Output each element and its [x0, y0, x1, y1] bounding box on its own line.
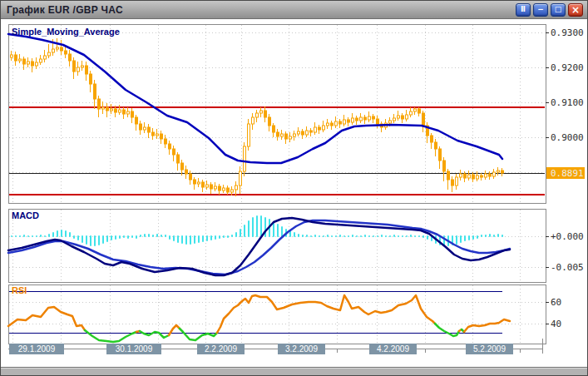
candle-body: [398, 116, 400, 118]
macd-histogram-bar: [202, 235, 204, 242]
candle-body: [206, 185, 209, 187]
candle-body: [248, 124, 250, 146]
macd-histogram-bar: [148, 234, 150, 237]
candle-body: [314, 127, 317, 132]
candle-body: [11, 55, 13, 57]
candle-body: [194, 180, 196, 184]
macd-histogram-bar: [40, 235, 42, 237]
macd-histogram-bar: [161, 235, 162, 237]
date-badge-label: 30.1.2009: [116, 344, 153, 354]
macd-histogram-bar: [69, 232, 71, 237]
candle-body: [156, 134, 159, 136]
candle-body: [202, 182, 205, 187]
rsi-panel[interactable]: [9, 285, 546, 344]
time-label: 00: [378, 357, 388, 358]
macd-histogram-bar: [385, 235, 387, 237]
macd-histogram-bar: [343, 235, 345, 237]
candle-body: [148, 127, 151, 132]
candle-body: [368, 116, 371, 120]
candle-body: [422, 113, 425, 126]
macd-histogram-bar: [94, 235, 96, 246]
window-controls: Ⅱ − □ ×: [516, 3, 583, 17]
candle-body: [231, 190, 234, 192]
candle-body: [102, 107, 105, 109]
candle-body: [144, 127, 146, 130]
price-chart[interactable]: Simple_Moving_Average0.93000.92000.91000…: [1, 1, 587, 358]
candle-body: [119, 110, 121, 112]
macd-histogram-bar: [331, 235, 333, 237]
time-label: 12ч: [156, 357, 170, 358]
date-badge-label: 2.2.2009: [205, 344, 237, 354]
macd-histogram-bar: [256, 215, 258, 237]
maximize-button[interactable]: □: [551, 3, 566, 17]
macd-tick-label: -0.005: [551, 262, 584, 273]
candle-body: [352, 118, 354, 122]
candle-body: [94, 84, 96, 99]
title-bar[interactable]: График EUR /GBP ЧАС Ⅱ − □ ×: [1, 1, 587, 19]
macd-histogram-bar: [23, 235, 25, 237]
candle-body: [402, 116, 404, 119]
candle-body: [269, 117, 271, 126]
macd-histogram-bar: [464, 235, 466, 241]
macd-histogram-bar: [348, 235, 349, 237]
candle-body: [393, 118, 396, 121]
macd-histogram-bar: [98, 235, 100, 245]
macd-histogram-bar: [123, 235, 125, 238]
candle-body: [452, 180, 454, 186]
candle-body: [418, 109, 421, 113]
candle-body: [331, 123, 334, 126]
macd-histogram-bar: [456, 235, 457, 245]
candle-body: [23, 59, 26, 64]
candle-body: [152, 132, 155, 136]
candle-body: [173, 149, 175, 155]
macd-histogram-bar: [86, 235, 87, 245]
sma-label: Simple_Moving_Average: [12, 27, 120, 37]
candle-body: [69, 54, 72, 61]
macd-histogram-bar: [306, 235, 308, 237]
macd-histogram-bar: [215, 235, 216, 240]
macd-histogram-bar: [398, 235, 399, 237]
macd-histogram-bar: [377, 235, 378, 237]
macd-histogram-bar: [319, 235, 320, 237]
candle-body: [219, 186, 221, 190]
pause-button[interactable]: Ⅱ: [516, 3, 531, 17]
close-button[interactable]: ×: [568, 3, 583, 17]
candle-body: [502, 171, 504, 173]
time-label: 12ч: [425, 357, 438, 358]
macd-histogram-bar: [493, 235, 495, 237]
candle-body: [464, 174, 467, 178]
candle-body: [40, 59, 42, 62]
candle-body: [52, 49, 55, 52]
macd-histogram-bar: [472, 235, 474, 240]
candle-body: [98, 99, 101, 109]
macd-histogram-bar: [468, 235, 470, 240]
macd-histogram-bar: [248, 220, 250, 237]
candle-body: [410, 111, 413, 115]
macd-label: MACD: [12, 210, 39, 220]
macd-histogram-bar: [356, 235, 358, 237]
macd-histogram-bar: [206, 235, 208, 241]
time-label: 00: [287, 357, 297, 358]
macd-histogram-bar: [15, 235, 17, 237]
macd-histogram-bar: [73, 235, 75, 239]
macd-tick-label: +0.000: [551, 231, 584, 242]
candle-body: [497, 171, 500, 172]
candle-body: [281, 134, 284, 136]
rsi-label: RSI: [12, 285, 27, 295]
macd-histogram-bar: [477, 235, 478, 239]
candle-body: [127, 111, 130, 114]
candle-body: [310, 131, 313, 132]
macd-histogram-bar: [198, 235, 200, 243]
macd-histogram-bar: [339, 235, 341, 237]
candle-body: [406, 115, 408, 119]
minimize-button[interactable]: −: [533, 3, 548, 17]
macd-histogram-bar: [244, 225, 245, 237]
candle-body: [481, 176, 483, 177]
candle-body: [61, 47, 63, 51]
macd-histogram-bar: [373, 235, 374, 237]
macd-histogram-bar: [418, 235, 420, 237]
candle-body: [244, 146, 246, 171]
date-badge-label: 3.2.2009: [285, 344, 318, 354]
candle-body: [90, 74, 92, 84]
rsi-tick-label: 60: [551, 297, 561, 308]
